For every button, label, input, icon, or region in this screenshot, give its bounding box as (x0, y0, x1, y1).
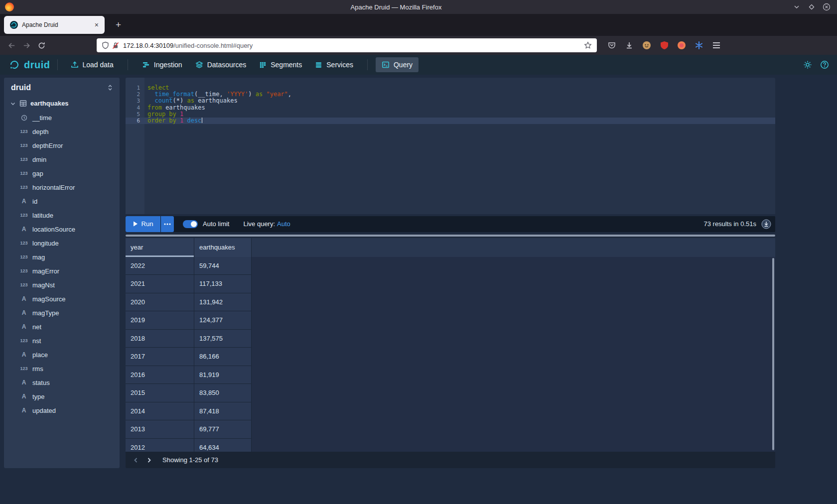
editor-code[interactable]: select time_format(__time, 'YYYY') as "y… (144, 78, 775, 214)
result-cell[interactable]: 2014 (126, 402, 194, 421)
sidebar-column-magNst[interactable]: 123magNst (4, 278, 120, 292)
sidebar-column-type[interactable]: Atype (4, 389, 120, 403)
result-row-2013[interactable]: 201369,777 (126, 420, 775, 439)
bookmark-star-icon[interactable] (584, 41, 592, 49)
result-cell[interactable]: 83,850 (194, 384, 252, 402)
result-cell[interactable]: 124,377 (194, 311, 252, 330)
result-cell[interactable]: 2021 (126, 275, 194, 293)
result-cell[interactable]: 64,634 (194, 439, 252, 452)
new-tab-button[interactable]: + (111, 16, 126, 34)
result-cell[interactable]: 2015 (126, 384, 194, 402)
downloads-icon[interactable] (622, 38, 636, 52)
sidebar-column-gap[interactable]: 123gap (4, 166, 120, 180)
result-row-2016[interactable]: 201681,919 (126, 366, 775, 384)
window-close-icon[interactable] (822, 2, 831, 11)
column-header-earthquakes[interactable]: earthquakes (194, 238, 252, 257)
extension-icon-tan[interactable] (640, 38, 654, 52)
sidebar-column-status[interactable]: Astatus (4, 376, 120, 389)
nav-datasources[interactable]: Datasources (189, 57, 253, 72)
sidebar-column-mag[interactable]: 123mag (4, 250, 120, 264)
sidebar-column-id[interactable]: Aid (4, 194, 120, 208)
sidebar-column-locationSource[interactable]: AlocationSource (4, 222, 120, 236)
scrollbar-thumb[interactable] (126, 235, 775, 237)
back-button[interactable] (4, 38, 19, 52)
datasource-row-earthquakes[interactable]: earthquakes (4, 97, 120, 111)
menu-icon[interactable] (709, 38, 723, 52)
sidebar-column-updated[interactable]: Aupdated (4, 403, 120, 417)
ublock-shield-icon[interactable] (657, 38, 671, 52)
sidebar-column-magError[interactable]: 123magError (4, 264, 120, 278)
url-bar[interactable]: 172.18.0.4:30109/unified-console.html#qu… (97, 38, 597, 52)
browser-tab-apache-druid[interactable]: Apache Druid × (4, 16, 105, 34)
nav-load-data[interactable]: Load data (65, 57, 120, 72)
live-query-auto-link[interactable]: Auto (277, 220, 290, 228)
extension-icon-blue-asterisk[interactable] (692, 38, 706, 52)
result-row-2022[interactable]: 202259,744 (126, 257, 775, 275)
result-row-2014[interactable]: 201487,418 (126, 402, 775, 421)
sidebar-column-net[interactable]: Anet (4, 320, 120, 334)
sidebar-column-longitude[interactable]: 123longitude (4, 236, 120, 250)
sidebar-column-latitude[interactable]: 123latitude (4, 208, 120, 222)
result-cell[interactable]: 117,133 (194, 275, 252, 293)
result-cell[interactable]: 2012 (126, 439, 194, 452)
sidebar-column-horizontalError[interactable]: 123horizontalError (4, 180, 120, 194)
extension-icon-orange[interactable] (675, 38, 689, 52)
sidebar-column-depth[interactable]: 123depth (4, 125, 120, 138)
settings-gear-icon[interactable] (803, 60, 812, 69)
sidebar-column-place[interactable]: Aplace (4, 348, 120, 362)
sidebar-column-nst[interactable]: 123nst (4, 334, 120, 348)
nav-ingestion[interactable]: Ingestion (136, 57, 188, 72)
tab-close-icon[interactable]: × (93, 21, 101, 29)
window-maximize-icon[interactable] (807, 2, 816, 11)
vertical-scrollbar[interactable] (772, 258, 774, 450)
nav-segments[interactable]: Segments (253, 57, 308, 72)
insecure-lock-icon[interactable] (112, 42, 119, 49)
result-row-2020[interactable]: 2020131,942 (126, 293, 775, 312)
permissions-shield-icon[interactable] (102, 41, 109, 49)
auto-limit-toggle[interactable] (183, 220, 198, 228)
download-results-icon[interactable] (761, 219, 771, 229)
help-icon[interactable] (820, 60, 829, 69)
result-row-2015[interactable]: 201583,850 (126, 384, 775, 402)
sidebar-column-magType[interactable]: AmagType (4, 306, 120, 320)
result-row-2018[interactable]: 2018137,575 (126, 330, 775, 348)
window-minimize-icon[interactable] (792, 2, 801, 11)
result-row-2019[interactable]: 2019124,377 (126, 311, 775, 330)
forward-button[interactable] (19, 38, 34, 52)
prev-page-icon[interactable] (130, 454, 142, 467)
reload-button[interactable] (34, 38, 49, 52)
result-row-2012[interactable]: 201264,634 (126, 439, 775, 452)
sort-columns-icon[interactable] (107, 84, 114, 91)
nav-services[interactable]: Services (309, 57, 359, 72)
result-cell[interactable]: 2017 (126, 348, 194, 366)
result-cell[interactable]: 69,777 (194, 420, 252, 439)
sql-editor[interactable]: 123456 select time_format(__time, 'YYYY'… (126, 78, 775, 214)
run-button[interactable]: Run (126, 216, 160, 232)
result-cell[interactable]: 2018 (126, 330, 194, 348)
result-cell[interactable]: 131,942 (194, 293, 252, 312)
url-text[interactable]: 172.18.0.4:30109/unified-console.html#qu… (123, 42, 584, 49)
sidebar-column-__time[interactable]: __time (4, 111, 120, 125)
result-cell[interactable]: 87,418 (194, 402, 252, 421)
result-cell[interactable]: 2020 (126, 293, 194, 312)
sidebar-column-dmin[interactable]: 123dmin (4, 152, 120, 166)
druid-logo[interactable]: druid (9, 59, 50, 71)
sidebar-column-rms[interactable]: 123rms (4, 362, 120, 376)
sidebar-column-depthError[interactable]: 123depthError (4, 138, 120, 152)
column-header-year[interactable]: year (126, 238, 194, 257)
horizontal-scrollbar[interactable] (126, 235, 775, 237)
result-cell[interactable]: 2019 (126, 311, 194, 330)
result-cell[interactable]: 81,919 (194, 366, 252, 384)
result-row-2021[interactable]: 2021117,133 (126, 275, 775, 293)
result-cell[interactable]: 2022 (126, 257, 194, 275)
result-cell[interactable]: 59,744 (194, 257, 252, 275)
result-cell[interactable]: 137,575 (194, 330, 252, 348)
result-row-2017[interactable]: 201786,166 (126, 348, 775, 366)
next-page-icon[interactable] (142, 454, 155, 467)
result-cell[interactable]: 2013 (126, 420, 194, 439)
run-more-options-button[interactable] (161, 216, 174, 232)
sidebar-column-magSource[interactable]: AmagSource (4, 292, 120, 306)
pocket-icon[interactable] (605, 38, 619, 52)
result-cell[interactable]: 2016 (126, 366, 194, 384)
result-cell[interactable]: 86,166 (194, 348, 252, 366)
